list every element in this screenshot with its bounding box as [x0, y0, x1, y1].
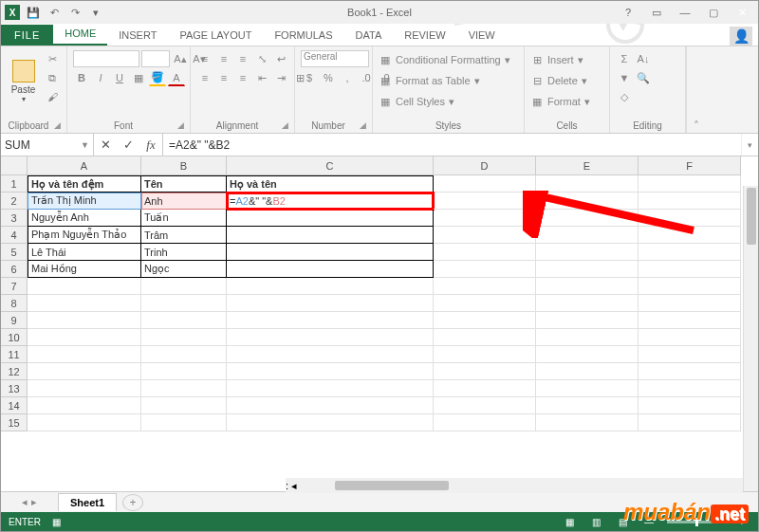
cell-D2[interactable]: [434, 193, 536, 210]
tab-home[interactable]: HOME: [53, 23, 107, 46]
cell-B10[interactable]: [141, 329, 227, 346]
cell-A13[interactable]: [28, 380, 141, 397]
cell-D8[interactable]: [434, 295, 536, 312]
cell-A15[interactable]: [28, 414, 141, 431]
cell-C5[interactable]: [227, 244, 434, 261]
cell-D13[interactable]: [434, 380, 536, 397]
autosum-icon[interactable]: Σ: [616, 50, 633, 67]
copy-icon[interactable]: ⧉: [44, 69, 61, 86]
formula-input[interactable]: [163, 134, 741, 156]
row-header-8[interactable]: 8: [1, 295, 28, 312]
cell-E5[interactable]: [536, 244, 639, 261]
cell-A9[interactable]: [28, 312, 141, 329]
row-header-4[interactable]: 4: [1, 227, 28, 244]
collapse-ribbon-icon[interactable]: ˄: [686, 46, 705, 133]
name-box[interactable]: SUM ▼: [1, 134, 94, 156]
cell-B3[interactable]: Tuấn: [141, 210, 227, 227]
cell-E3[interactable]: [536, 210, 639, 227]
cell-E11[interactable]: [536, 346, 639, 363]
cell-E15[interactable]: [536, 414, 639, 431]
cell-F6[interactable]: [639, 261, 741, 278]
paste-button[interactable]: Paste ▾: [7, 50, 40, 113]
undo-icon[interactable]: ↶: [46, 5, 62, 20]
cell-C1[interactable]: Họ và tên: [227, 175, 434, 193]
align-right-icon[interactable]: ≡: [234, 69, 251, 86]
cell-E9[interactable]: [536, 312, 639, 329]
excel-logo[interactable]: X: [5, 5, 20, 20]
col-header-C[interactable]: C: [227, 156, 434, 175]
page-layout-view-icon[interactable]: ▥: [587, 515, 604, 528]
cell-B5[interactable]: Trinh: [141, 244, 227, 261]
bold-button[interactable]: B: [73, 69, 90, 86]
cells-area[interactable]: Họ và tên đệmTênHọ và tênTrần Thị MinhAn…: [28, 175, 741, 431]
col-header-B[interactable]: B: [141, 156, 227, 175]
cell-B7[interactable]: [141, 278, 227, 295]
cell-F1[interactable]: [639, 175, 741, 193]
cell-C9[interactable]: [227, 312, 434, 329]
cancel-formula-icon[interactable]: ✕: [94, 138, 117, 152]
cell-B9[interactable]: [141, 312, 227, 329]
cell-B11[interactable]: [141, 346, 227, 363]
format-painter-icon[interactable]: 🖌: [44, 88, 61, 105]
cell-D4[interactable]: [434, 227, 536, 244]
row-header-14[interactable]: 14: [1, 397, 28, 414]
cell-E6[interactable]: [536, 261, 639, 278]
cell-B4[interactable]: Trâm: [141, 227, 227, 244]
align-center-icon[interactable]: ≡: [215, 69, 232, 86]
tab-view[interactable]: VIEW: [457, 25, 507, 46]
cell-E14[interactable]: [536, 397, 639, 414]
new-sheet-button[interactable]: +: [122, 494, 143, 511]
comma-icon[interactable]: ,: [339, 69, 356, 86]
row-header-15[interactable]: 15: [1, 414, 28, 431]
row-header-1[interactable]: 1: [1, 175, 28, 193]
col-header-D[interactable]: D: [434, 156, 536, 175]
font-launcher[interactable]: ◢: [177, 120, 184, 130]
cell-A1[interactable]: Họ và tên đệm: [28, 175, 141, 193]
cell-A5[interactable]: Lê Thái: [28, 244, 141, 261]
cell-F3[interactable]: [639, 210, 741, 227]
cell-F14[interactable]: [639, 397, 741, 414]
cell-D12[interactable]: [434, 363, 536, 380]
cell-B6[interactable]: Ngọc: [141, 261, 227, 278]
cell-D15[interactable]: [434, 414, 536, 431]
close-button[interactable]: ✕: [731, 4, 752, 21]
insert-cells-button[interactable]: ⊞Insert ▾: [530, 50, 583, 69]
increase-font-icon[interactable]: A▴: [172, 50, 189, 67]
vertical-scroll-thumb[interactable]: [747, 188, 756, 245]
number-launcher[interactable]: ◢: [360, 120, 366, 130]
cell-A8[interactable]: [28, 295, 141, 312]
cell-D7[interactable]: [434, 278, 536, 295]
cut-icon[interactable]: ✂: [44, 50, 61, 67]
font-color-icon[interactable]: A: [168, 69, 185, 86]
cell-A12[interactable]: [28, 363, 141, 380]
cell-E2[interactable]: [536, 193, 639, 210]
expand-formula-bar-icon[interactable]: ▾: [741, 134, 758, 156]
increase-indent-icon[interactable]: ⇥: [272, 69, 289, 86]
cell-A11[interactable]: [28, 346, 141, 363]
cell-D14[interactable]: [434, 397, 536, 414]
cell-D11[interactable]: [434, 346, 536, 363]
row-header-13[interactable]: 13: [1, 380, 28, 397]
cell-B1[interactable]: Tên: [141, 175, 227, 193]
minimize-button[interactable]: —: [675, 4, 695, 21]
cell-E12[interactable]: [536, 363, 639, 380]
horizontal-scrollbar[interactable]: : ◂: [286, 478, 743, 493]
align-middle-icon[interactable]: ≡: [215, 50, 232, 67]
insert-function-icon[interactable]: fx: [139, 138, 162, 153]
cell-F10[interactable]: [639, 329, 741, 346]
row-header-3[interactable]: 3: [1, 210, 28, 227]
row-header-6[interactable]: 6: [1, 261, 28, 278]
align-bottom-icon[interactable]: ≡: [234, 50, 251, 67]
alignment-launcher[interactable]: ◢: [282, 120, 288, 130]
italic-button[interactable]: I: [92, 69, 109, 86]
cell-B8[interactable]: [141, 295, 227, 312]
tab-insert[interactable]: INSERT: [107, 25, 168, 46]
cell-E4[interactable]: [536, 227, 639, 244]
percent-icon[interactable]: %: [320, 69, 337, 86]
cell-E8[interactable]: [536, 295, 639, 312]
row-header-7[interactable]: 7: [1, 278, 28, 295]
cell-C13[interactable]: [227, 380, 434, 397]
cell-A4[interactable]: Phạm Nguyễn Thảo: [28, 227, 141, 244]
tab-review[interactable]: REVIEW: [393, 25, 456, 46]
font-size-combo[interactable]: [141, 50, 170, 67]
